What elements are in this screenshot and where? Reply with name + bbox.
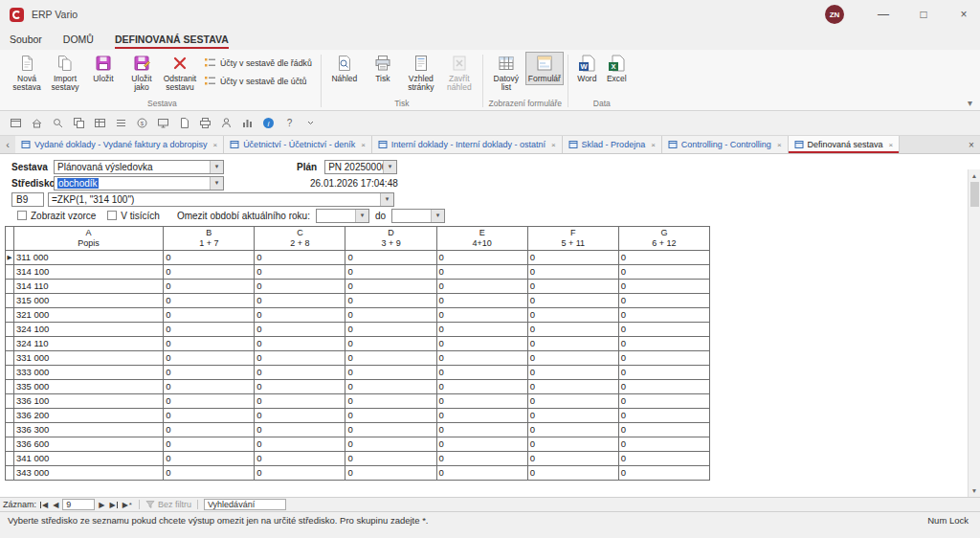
cell-reference-box[interactable]: B9 <box>11 192 44 207</box>
monitor-icon[interactable] <box>155 115 171 131</box>
cell-value[interactable]: 0 <box>255 350 345 365</box>
cell-popis[interactable]: 324 110 <box>14 336 164 350</box>
cell-value[interactable]: 0 <box>436 465 527 480</box>
collapse-ribbon-button[interactable]: ▾ <box>968 98 972 108</box>
cell-popis[interactable]: 336 300 <box>14 422 164 437</box>
column-header-c[interactable]: C2 + 8 <box>255 227 345 251</box>
row-selector[interactable] <box>6 393 14 408</box>
cell-value[interactable]: 0 <box>527 465 618 480</box>
row-selector[interactable] <box>6 307 14 322</box>
home-icon[interactable] <box>29 115 45 131</box>
tab-close-icon[interactable]: × <box>777 141 782 149</box>
cell-value[interactable]: 0 <box>436 379 527 393</box>
save-as-button[interactable]: Uložit jako <box>122 52 161 95</box>
cell-value[interactable]: 0 <box>618 408 709 422</box>
cell-popis[interactable]: 343 000 <box>14 465 164 480</box>
scroll-down-icon[interactable]: ▼ <box>969 484 980 497</box>
accounts-by-accounts-button[interactable]: Účty v sestavě dle účtů <box>204 75 312 87</box>
minimize-button[interactable]: — <box>867 0 900 29</box>
dropdown-arrow-icon[interactable]: ▾ <box>355 210 368 222</box>
document-tab[interactable]: Účetnictví - Účetnictví - deník × <box>224 136 372 153</box>
cell-value[interactable]: 0 <box>618 379 709 393</box>
column-header-d[interactable]: D3 + 9 <box>345 227 436 251</box>
cell-popis[interactable]: 336 100 <box>14 393 164 408</box>
cell-value[interactable]: 0 <box>436 279 527 293</box>
cell-value[interactable]: 0 <box>164 279 255 293</box>
tab-close-icon[interactable]: × <box>551 141 556 149</box>
user-avatar[interactable]: ZN <box>825 5 844 24</box>
cell-value[interactable]: 0 <box>436 422 527 437</box>
cell-value[interactable]: 0 <box>164 365 255 379</box>
first-record-button[interactable]: ◀ <box>39 501 49 509</box>
cell-value[interactable]: 0 <box>255 336 345 350</box>
cell-value[interactable]: 0 <box>345 408 436 422</box>
cell-value[interactable]: 0 <box>345 279 436 293</box>
cards-icon[interactable] <box>71 115 87 131</box>
cell-popis[interactable]: 315 000 <box>14 293 164 307</box>
cell-value[interactable]: 0 <box>345 322 436 336</box>
filter-toggle[interactable]: Bez filtru <box>145 500 191 509</box>
cell-value[interactable]: 0 <box>436 307 527 322</box>
cell-value[interactable]: 0 <box>345 437 436 451</box>
maximize-button[interactable]: □ <box>907 0 940 29</box>
current-record-box[interactable]: 9 <box>62 499 95 510</box>
cell-value[interactable]: 0 <box>618 437 709 451</box>
print-button[interactable]: Tisk <box>364 52 402 85</box>
dropdown-arrow-icon[interactable]: ▾ <box>431 210 444 222</box>
cell-value[interactable]: 0 <box>255 451 345 465</box>
cell-value[interactable]: 0 <box>164 451 255 465</box>
cell-value[interactable]: 0 <box>164 250 255 264</box>
cell-value[interactable]: 0 <box>618 307 709 322</box>
next-record-button[interactable]: ▶ <box>98 501 105 509</box>
scrollbar-thumb[interactable] <box>970 182 979 207</box>
info-icon[interactable]: i <box>260 115 277 131</box>
cell-value[interactable]: 0 <box>618 279 709 293</box>
cell-value[interactable]: 0 <box>436 293 527 307</box>
cell-value[interactable]: 0 <box>527 307 618 322</box>
cell-value[interactable]: 0 <box>255 307 345 322</box>
column-header-b[interactable]: B1 + 7 <box>164 227 255 251</box>
delete-report-button[interactable]: Odstranit sestavu <box>161 52 199 95</box>
overflow-chevron-icon[interactable] <box>302 115 319 131</box>
menu-tab-definovan-sestava[interactable]: DEFINOVANÁ SESTAVA <box>115 29 229 50</box>
row-selector[interactable] <box>6 350 14 365</box>
import-report-button[interactable]: Import sestavy <box>46 52 84 95</box>
row-selector[interactable] <box>6 264 14 279</box>
cell-value[interactable]: 0 <box>345 379 436 393</box>
cell-popis[interactable]: 314 100 <box>14 264 164 279</box>
cell-value[interactable]: 0 <box>345 293 436 307</box>
cell-value[interactable]: 0 <box>527 264 618 279</box>
row-selector[interactable] <box>6 336 14 350</box>
cell-value[interactable]: 0 <box>436 264 527 279</box>
cell-value[interactable]: 0 <box>164 336 255 350</box>
cell-value[interactable]: 0 <box>345 393 436 408</box>
new-report-button[interactable]: Nová sestava <box>8 52 46 95</box>
menu-tab-soubor[interactable]: Soubor <box>10 29 42 50</box>
doc-icon[interactable] <box>176 115 192 131</box>
cell-value[interactable]: 0 <box>618 365 709 379</box>
cell-value[interactable]: 0 <box>345 250 436 264</box>
cell-value[interactable]: 0 <box>436 437 527 451</box>
window-icon[interactable] <box>8 115 24 131</box>
cell-value[interactable]: 0 <box>164 307 255 322</box>
cell-value[interactable]: 0 <box>345 336 436 350</box>
column-header-f[interactable]: F5 + 11 <box>527 227 618 251</box>
tab-close-icon[interactable]: × <box>889 141 894 149</box>
tab-close-icon[interactable]: × <box>361 141 366 149</box>
cell-value[interactable]: 0 <box>527 365 618 379</box>
cell-popis[interactable]: 333 000 <box>14 365 164 379</box>
money-icon[interactable]: $ <box>134 115 150 131</box>
cell-value[interactable]: 0 <box>527 250 618 264</box>
sestava-combo[interactable]: Plánovaná výsledovka ▾ <box>54 160 224 174</box>
cell-popis[interactable]: 324 100 <box>14 322 164 336</box>
cell-popis[interactable]: 331 000 <box>14 350 164 365</box>
period-from-combo[interactable]: ▾ <box>316 209 369 223</box>
vertical-scrollbar[interactable]: ▲ ▼ <box>968 169 980 497</box>
cell-value[interactable]: 0 <box>255 365 345 379</box>
cell-value[interactable]: 0 <box>255 408 345 422</box>
cell-value[interactable]: 0 <box>164 322 255 336</box>
cell-value[interactable]: 0 <box>255 465 345 480</box>
cell-value[interactable]: 0 <box>436 365 527 379</box>
cell-value[interactable]: 0 <box>618 350 709 365</box>
cell-value[interactable]: 0 <box>164 293 255 307</box>
